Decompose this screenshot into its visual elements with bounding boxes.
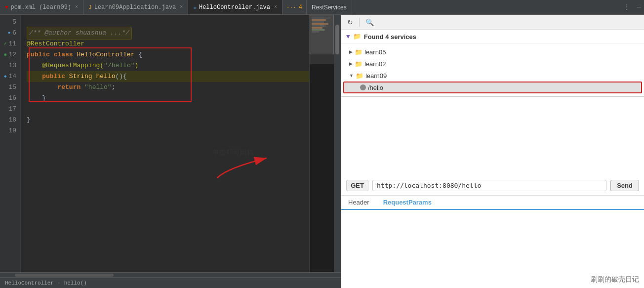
tree-item-learn09[interactable]: ▼ 📁 learn09 [341,70,644,82]
ann-close: ) [135,60,139,71]
services-count-label: Found 4 services [364,33,416,41]
code-line-17 [27,104,309,115]
bookmark-icon-14: ◆ [4,71,6,82]
code-editor: 5 ● 6 ✓ 11 ◉ 12 13 ◆ [0,15,341,288]
tab-header[interactable]: Header [341,196,376,210]
refresh-button[interactable]: ↻ [345,17,355,27]
tree-arrow-learn02: ▶ [349,61,353,66]
tab-learn09app[interactable]: J Learn09Application.java × [83,0,188,14]
tree-label-hello: /hello [368,84,383,91]
line-numbers: 5 ● 6 ✓ 11 ◉ 12 13 ◆ [0,15,21,272]
rest-toolbar: ↻ 🔍 [341,15,644,30]
brace-open: { [134,49,142,60]
tab-minimize-icon[interactable]: ─ [634,3,644,11]
spring-icon-12: ◉ [4,49,6,60]
tab-learn09app-close[interactable]: × [180,4,183,10]
line-11: ✓ 11 [4,39,16,49]
line-18: 18 [4,115,16,125]
service-tree: ▶ 📁 learn05 ▶ 📁 learn02 ▼ 📁 learn09 [341,44,644,95]
tab-hellocontroller[interactable]: ☕ HelloController.java × [188,0,282,14]
code-line-13: @RequestMapping("/hello") [27,60,309,71]
kw-return: return [57,82,84,93]
code-line-16: } [27,93,309,104]
line-5: 5 [4,17,16,28]
fn-hello: hello [96,71,115,82]
endpoint-icon-hello [360,84,366,90]
method-label: GET [346,180,368,191]
tab-pom-label: pom.xml (learn09) [11,4,71,11]
tab-pom[interactable]: ▼ pom.xml (learn09) × [0,0,83,14]
str-hello-val: "hello" [84,82,112,93]
kw-public-14: public [42,71,69,82]
code-content[interactable]: /** @author shuashua ...*/ @RestControll… [21,15,309,272]
mini-map [309,15,334,272]
tab-hellocontroller-label: HelloController.java [199,4,270,11]
url-input[interactable] [372,180,606,191]
space-14 [92,71,96,82]
tab-hellocontroller-icon: ☕ [193,4,197,10]
code-line-5 [27,17,309,28]
line-17: 17 [4,104,16,115]
tree-item-learn05[interactable]: ▶ 📁 learn05 [341,46,644,58]
line-16: 16 [4,93,16,104]
tab-pom-close[interactable]: × [75,4,78,10]
kw-public-12: public [27,49,54,60]
str-hello-path: "/hello" [104,60,134,71]
tab-requestparams[interactable]: RequestParams [376,196,439,210]
tab-content-area [341,210,644,288]
line-14: ◆ 14 [4,71,16,82]
annotation-requestmapping: @RequestMapping( [42,60,104,71]
scrollbar-thumb[interactable] [335,25,339,54]
tree-arrow-learn05: ▶ [349,49,353,54]
request-area: GET Send [341,176,644,196]
paren-open: (){ [116,71,127,82]
tab-hellocontroller-close[interactable]: × [274,4,277,10]
tab-extra-count: 4 [299,4,302,11]
code-line-19 [27,125,309,136]
tree-item-hello[interactable]: /hello [343,82,642,93]
mini-map-viewport [310,15,334,54]
search-button[interactable]: 🔍 [363,17,376,27]
tree-folder-icon-learn02: 📁 [355,60,362,68]
tree-folder-icon-learn09: 📁 [356,72,363,80]
request-tabs: Header RequestParams [341,196,644,210]
bookmark-icon-6: ● [8,28,10,39]
tab-java-icon: J [88,4,92,10]
services-expand-icon[interactable]: ▼ [346,33,350,41]
tree-empty-area [341,98,644,176]
annotation-restcontroller: @RestController [27,39,84,49]
brace-close-class: } [27,115,31,125]
line-6: ● 6 [4,28,16,39]
code-line-14: public String hello(){ [27,71,309,82]
tab-overflow-icon[interactable]: ⋮ [619,3,634,11]
toolbar-divider [359,18,360,27]
tab-extra-indicator: ··· [286,4,296,10]
check-icon-11: ✓ [4,39,6,49]
line-12: ◉ 12 [4,49,16,60]
tab-rest-label: RestServices [312,4,347,11]
tree-label-learn09: learn09 [365,72,387,80]
horizontal-scrollbar[interactable] [0,272,341,277]
code-line-12: public class HelloController { [27,49,309,60]
cls-hello: HelloController [77,49,134,60]
tree-item-learn02[interactable]: ▶ 📁 learn02 [341,58,644,70]
services-folder-icon: 📁 [353,33,361,41]
line-19: 19 [4,125,16,136]
code-line-15: return "hello"; [27,82,309,93]
semicolon: ; [112,82,116,93]
brace-close-fn: } [42,93,46,104]
breadcrumb-class: HelloController [5,280,54,286]
editor-statusbar: HelloController › hello() [0,277,341,288]
editor-scrollbar[interactable] [334,15,341,272]
rest-services-header: ▼ 📁 Found 4 services [341,30,644,44]
send-button[interactable]: Send [610,180,639,191]
line-13: 13 [4,60,16,71]
line-15: 15 [4,82,16,93]
breadcrumb-method: hello() [64,280,87,286]
tab-extra[interactable]: ··· 4 [282,0,307,14]
h-scrollbar-thumb[interactable] [15,274,114,277]
tab-rest[interactable]: RestServices [307,0,352,14]
tree-arrow-learn09: ▼ [349,73,354,78]
tree-label-learn05: learn05 [364,48,386,56]
tab-pom-icon: ▼ [5,4,8,10]
